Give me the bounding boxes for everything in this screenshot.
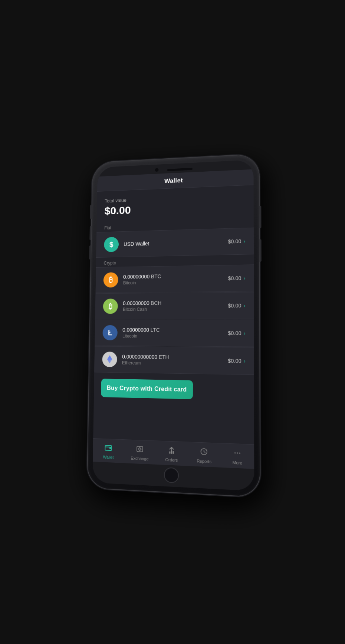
bch-chevron-icon: › — [244, 302, 246, 308]
orders-nav-icon — [167, 446, 175, 456]
usd-wallet-value: $0.00 › — [228, 238, 246, 244]
usd-wallet-item[interactable]: $ USD Wallet $0.00 › — [96, 227, 254, 257]
nav-orders[interactable]: Orders — [155, 444, 188, 464]
btc-usd-value: $0.00 › — [228, 275, 245, 281]
nav-exchange[interactable]: Exchange — [124, 443, 156, 463]
svg-point-12 — [234, 452, 236, 453]
app-screen: Wallet Total value $0.00 Fiat $ USD Wall… — [93, 169, 254, 469]
svg-point-14 — [239, 452, 240, 453]
eth-wallet-item[interactable]: 0.00000000000 ETH Ethereum $0.00 › — [94, 346, 254, 375]
svg-rect-8 — [169, 451, 170, 453]
usd-icon: $ — [104, 237, 119, 252]
btc-amount: 0.00000000 BTC — [123, 272, 228, 280]
wallet-nav-icon — [104, 443, 112, 453]
btc-chevron-icon: › — [244, 275, 246, 281]
camera — [155, 168, 159, 172]
bch-info: 0.00000000 BCH Bitcoin Cash — [123, 300, 228, 312]
usd-wallet-name: USD Wallet — [124, 238, 228, 247]
nav-more[interactable]: More — [221, 446, 254, 467]
ltc-usd-display: $0.00 — [228, 330, 241, 336]
svg-rect-9 — [171, 450, 172, 453]
phone-screen: Wallet Total value $0.00 Fiat $ USD Wall… — [92, 159, 254, 491]
wallet-nav-label: Wallet — [103, 455, 114, 459]
reports-nav-icon — [200, 447, 208, 458]
ltc-wallet-item[interactable]: Ł 0.00000000 LTC Litecoin $0.00 › — [95, 319, 254, 347]
ltc-amount: 0.00000000 LTC — [122, 327, 228, 333]
btc-icon: ₿ — [104, 272, 118, 287]
svg-rect-10 — [172, 451, 174, 453]
eth-info: 0.00000000000 ETH Ethereum — [122, 353, 228, 367]
reports-nav-label: Reports — [197, 459, 211, 464]
bch-name: Bitcoin Cash — [123, 306, 228, 312]
orders-nav-label: Orders — [165, 457, 178, 462]
bch-amount: 0.00000000 BCH — [123, 300, 228, 306]
bch-usd-value: $0.00 › — [228, 302, 245, 308]
header-title: Wallet — [164, 177, 183, 185]
ltc-usd-value: $0.00 › — [228, 330, 245, 336]
usd-amount-display: $0.00 — [228, 238, 242, 244]
btc-name: Bitcoin — [123, 279, 228, 285]
usd-wallet-info: USD Wallet — [124, 238, 228, 247]
exchange-nav-label: Exchange — [131, 456, 148, 461]
eth-usd-display: $0.00 — [228, 357, 241, 364]
more-nav-icon — [233, 448, 242, 459]
total-value-section: Total value $0.00 — [97, 185, 254, 223]
eth-usd-value: $0.00 › — [228, 357, 245, 364]
bch-icon: ₿ — [103, 298, 118, 314]
btc-usd-display: $0.00 — [228, 275, 241, 281]
buy-crypto-button[interactable]: Buy Crypto with Credit card — [101, 379, 193, 399]
bch-usd-display: $0.00 — [228, 303, 241, 308]
eth-icon — [102, 351, 117, 367]
main-content: Total value $0.00 Fiat $ USD Wallet $0.0… — [93, 185, 254, 444]
exchange-nav-icon — [136, 445, 144, 455]
eth-chevron-icon: › — [244, 358, 246, 364]
speaker — [167, 168, 192, 171]
eth-amount: 0.00000000000 ETH — [122, 353, 228, 360]
eth-name: Ethereum — [122, 360, 228, 367]
btc-info: 0.00000000 BTC Bitcoin — [123, 272, 228, 285]
ltc-info: 0.00000000 LTC Litecoin — [122, 327, 228, 339]
phone-frame: Wallet Total value $0.00 Fiat $ USD Wall… — [88, 154, 260, 497]
ltc-chevron-icon: › — [244, 330, 246, 336]
ltc-icon: Ł — [102, 325, 118, 340]
nav-reports[interactable]: Reports — [188, 445, 221, 466]
more-nav-label: More — [233, 460, 242, 465]
usd-chevron-icon: › — [243, 238, 245, 244]
ltc-name: Litecoin — [122, 333, 228, 339]
nav-wallet[interactable]: Wallet — [93, 442, 124, 462]
bch-wallet-item[interactable]: ₿ 0.00000000 BCH Bitcoin Cash $0.00 › — [95, 292, 254, 319]
btc-wallet-item[interactable]: ₿ 0.00000000 BTC Bitcoin $0.00 › — [96, 264, 254, 293]
svg-point-13 — [237, 452, 238, 453]
home-button[interactable] — [164, 467, 179, 483]
